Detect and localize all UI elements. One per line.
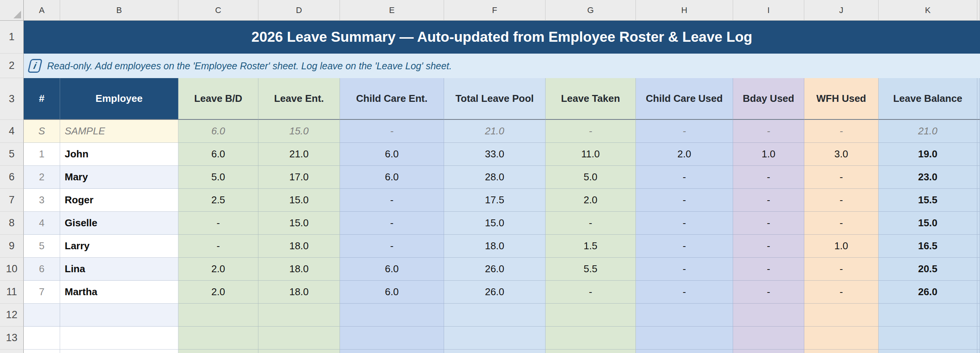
column-header-h[interactable]: H: [636, 0, 733, 21]
value-cell[interactable]: 3.0: [804, 143, 879, 166]
value-cell[interactable]: -: [636, 212, 733, 235]
value-cell[interactable]: 6.0: [340, 166, 444, 189]
value-cell[interactable]: [636, 304, 733, 327]
leave-balance-cell[interactable]: 15.5: [879, 189, 977, 212]
value-cell[interactable]: 2.0: [636, 143, 733, 166]
employee-name-cell[interactable]: SAMPLE: [60, 120, 178, 143]
value-cell[interactable]: -: [636, 166, 733, 189]
column-header-g[interactable]: G: [546, 0, 636, 21]
partial-cell[interactable]: [636, 350, 733, 353]
value-cell[interactable]: 17.5: [444, 189, 546, 212]
partial-cell[interactable]: [258, 350, 340, 353]
value-cell[interactable]: 15.0: [444, 212, 546, 235]
row-num-cell[interactable]: 1: [24, 143, 60, 166]
value-cell[interactable]: -: [733, 189, 804, 212]
value-cell[interactable]: 21.0: [444, 120, 546, 143]
value-cell[interactable]: [444, 304, 546, 327]
value-cell[interactable]: -: [804, 120, 879, 143]
partial-cell[interactable]: [879, 350, 977, 353]
value-cell[interactable]: 15.0: [258, 120, 340, 143]
row-header-5[interactable]: 5: [0, 143, 24, 166]
value-cell[interactable]: 18.0: [258, 281, 340, 304]
column-header-e[interactable]: E: [340, 0, 444, 21]
value-cell[interactable]: [733, 327, 804, 350]
value-cell[interactable]: -: [178, 212, 258, 235]
value-cell[interactable]: [636, 327, 733, 350]
value-cell-partial[interactable]: [977, 258, 980, 281]
partial-cell[interactable]: [733, 350, 804, 353]
row-header-3[interactable]: 3: [0, 78, 24, 120]
row-num-cell[interactable]: 2: [24, 166, 60, 189]
value-cell[interactable]: 28.0: [444, 166, 546, 189]
value-cell[interactable]: -: [340, 189, 444, 212]
value-cell[interactable]: 33.0: [444, 143, 546, 166]
value-cell[interactable]: -: [340, 235, 444, 258]
employee-name-cell[interactable]: Mary: [60, 166, 178, 189]
value-cell[interactable]: [804, 327, 879, 350]
employee-name-cell[interactable]: Roger: [60, 189, 178, 212]
column-header-c[interactable]: C: [178, 0, 258, 21]
employee-name-cell[interactable]: [60, 327, 178, 350]
value-cell[interactable]: -: [340, 120, 444, 143]
value-cell[interactable]: 18.0: [444, 235, 546, 258]
employee-name-cell[interactable]: Larry: [60, 235, 178, 258]
leave-balance-cell[interactable]: [879, 327, 977, 350]
select-all-corner[interactable]: [0, 0, 24, 21]
value-cell[interactable]: 1.5: [546, 235, 636, 258]
value-cell[interactable]: [546, 327, 636, 350]
partial-cell[interactable]: [804, 350, 879, 353]
value-cell-partial[interactable]: [977, 120, 980, 143]
header-partial[interactable]: [977, 78, 980, 120]
row-header-10[interactable]: 10: [0, 258, 24, 281]
leave-balance-cell[interactable]: 15.0: [879, 212, 977, 235]
header-wfh-used[interactable]: WFH Used: [804, 78, 879, 120]
row-num-cell[interactable]: 7: [24, 281, 60, 304]
value-cell-partial[interactable]: [977, 327, 980, 350]
partial-cell[interactable]: [444, 350, 546, 353]
value-cell[interactable]: -: [804, 166, 879, 189]
value-cell[interactable]: [733, 304, 804, 327]
value-cell-partial[interactable]: [977, 212, 980, 235]
value-cell[interactable]: 5.5: [546, 258, 636, 281]
readonly-note-cell[interactable]: iRead-only. Add employees on the 'Employ…: [24, 54, 980, 78]
value-cell[interactable]: 18.0: [258, 258, 340, 281]
value-cell[interactable]: [258, 327, 340, 350]
partial-cell[interactable]: [60, 350, 178, 353]
header-leave-taken[interactable]: Leave Taken: [546, 78, 636, 120]
value-cell[interactable]: 26.0: [444, 258, 546, 281]
value-cell[interactable]: -: [733, 258, 804, 281]
value-cell[interactable]: 11.0: [546, 143, 636, 166]
row-header-13[interactable]: 13: [0, 327, 24, 350]
value-cell[interactable]: 2.0: [546, 189, 636, 212]
partial-cell[interactable]: [340, 350, 444, 353]
partial-cell[interactable]: [24, 350, 60, 353]
value-cell[interactable]: -: [340, 212, 444, 235]
row-header-4[interactable]: 4: [0, 120, 24, 143]
leave-balance-cell[interactable]: 23.0: [879, 166, 977, 189]
value-cell-partial[interactable]: [977, 166, 980, 189]
employee-name-cell[interactable]: [60, 304, 178, 327]
row-header-11[interactable]: 11: [0, 281, 24, 304]
value-cell[interactable]: [444, 327, 546, 350]
row-num-cell[interactable]: 6: [24, 258, 60, 281]
row-header-1[interactable]: 1: [0, 21, 24, 54]
value-cell[interactable]: 2.0: [178, 258, 258, 281]
row-header-9[interactable]: 9: [0, 235, 24, 258]
value-cell[interactable]: [804, 304, 879, 327]
partial-cell[interactable]: [178, 350, 258, 353]
column-header-i[interactable]: I: [733, 0, 804, 21]
value-cell[interactable]: -: [636, 235, 733, 258]
value-cell[interactable]: 6.0: [178, 143, 258, 166]
value-cell-partial[interactable]: [977, 189, 980, 212]
header-child-care-ent[interactable]: Child Care Ent.: [340, 78, 444, 120]
row-num-cell[interactable]: 3: [24, 189, 60, 212]
employee-name-cell[interactable]: Martha: [60, 281, 178, 304]
value-cell[interactable]: -: [733, 235, 804, 258]
column-header-f[interactable]: F: [444, 0, 546, 21]
value-cell[interactable]: 5.0: [178, 166, 258, 189]
header-leave-balance[interactable]: Leave Balance: [879, 78, 977, 120]
leave-balance-cell[interactable]: 21.0: [879, 120, 977, 143]
value-cell[interactable]: 18.0: [258, 235, 340, 258]
row-header-7[interactable]: 7: [0, 189, 24, 212]
header-total-leave-pool[interactable]: Total Leave Pool: [444, 78, 546, 120]
